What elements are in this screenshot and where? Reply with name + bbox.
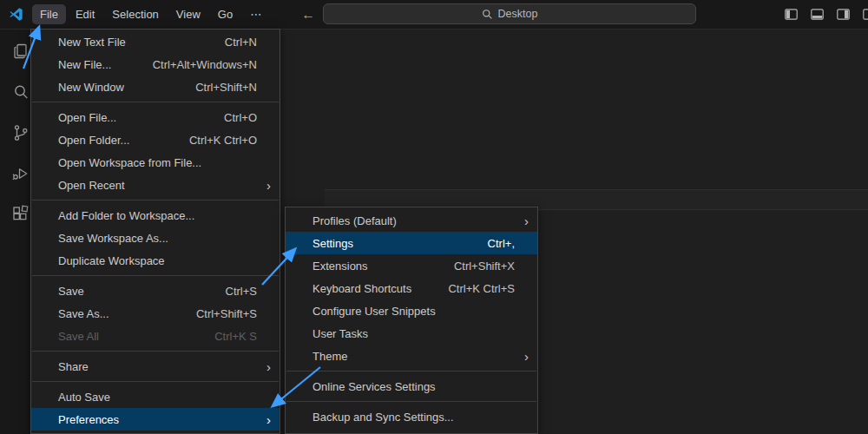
menu-item-open-recent[interactable]: Open Recent› [31, 174, 279, 196]
command-center-text: Desktop [498, 8, 538, 20]
menu-item-label: Save [58, 285, 226, 298]
menubar: FileEditSelectionViewGo⋯ [31, 4, 270, 24]
menu-item-label: Theme [312, 350, 515, 363]
menu-item-open-workspace-from-file[interactable]: Open Workspace from File... [31, 151, 279, 174]
menu-item-keybinding: Ctrl+K Ctrl+S [448, 282, 515, 295]
menubar-item-edit[interactable]: Edit [68, 4, 102, 24]
menu-item-keybinding: Ctrl+O [224, 111, 257, 124]
menu-item-label: Keyboard Shortcuts [312, 282, 448, 295]
menu-item-label: Auto Save [58, 391, 257, 404]
menu-item-keyboard-shortcuts[interactable]: Keyboard ShortcutsCtrl+K Ctrl+S [286, 277, 537, 299]
menu-item-save[interactable]: SaveCtrl+S [31, 279, 279, 302]
menu-item-label: New File... [58, 58, 153, 71]
menu-separator [286, 371, 536, 372]
menu-item-label: Save All [58, 330, 214, 343]
submenu-chevron-icon: › [257, 360, 271, 373]
search-icon[interactable] [10, 81, 32, 103]
menu-item-label: Open File... [58, 111, 224, 124]
submenu-chevron-icon: › [257, 179, 271, 192]
menu-item-label: Share [58, 360, 257, 373]
menu-item-label: New Text File [58, 36, 225, 49]
layout-controls [784, 0, 868, 29]
run-and-debug-icon[interactable] [10, 162, 32, 185]
menu-item-keybinding: Ctrl+N [225, 36, 257, 49]
menu-item-label: Open Folder... [58, 134, 189, 147]
toggle-primary-sidebar-icon[interactable] [784, 7, 799, 22]
menu-item-label: Online Services Settings [312, 380, 515, 393]
menu-item-save-workspace-as[interactable]: Save Workspace As... [31, 227, 279, 249]
menubar-item-file[interactable]: File [32, 4, 66, 24]
menu-item-keybinding: Ctrl+Shift+S [196, 307, 257, 320]
submenu-chevron-icon: › [515, 350, 529, 363]
preferences-submenu: Profiles (Default)›SettingsCtrl+,Extensi… [285, 207, 538, 434]
menu-separator [286, 401, 536, 402]
menu-item-new-window[interactable]: New WindowCtrl+Shift+N [31, 76, 279, 98]
menu-item-backup-and-sync-settings[interactable]: Backup and Sync Settings... [286, 405, 537, 428]
menu-separator [32, 275, 279, 276]
menu-item-keybinding: Ctrl+Alt+Windows+N [153, 58, 257, 71]
menubar-item-item[interactable]: ⋯ [242, 4, 269, 24]
menu-item-label: Preferences [58, 413, 257, 426]
menu-item-label: Duplicate Workspace [58, 254, 257, 267]
menu-item-save-all: Save AllCtrl+K S [31, 325, 279, 347]
vscode-logo [0, 7, 31, 22]
submenu-chevron-icon: › [257, 413, 271, 426]
search-icon [482, 9, 493, 20]
menu-item-new-text-file[interactable]: New Text FileCtrl+N [31, 30, 279, 53]
menu-separator [32, 102, 279, 102]
menu-item-keybinding: Ctrl+Shift+N [195, 81, 257, 94]
menubar-item-selection[interactable]: Selection [104, 4, 166, 24]
customize-layout-icon[interactable] [862, 7, 868, 22]
menu-item-add-folder-to-workspace[interactable]: Add Folder to Workspace... [31, 204, 279, 227]
menu-item-keybinding: Ctrl+Shift+X [454, 260, 515, 273]
menu-separator [32, 381, 279, 382]
menu-item-user-tasks[interactable]: User Tasks [286, 322, 537, 345]
menu-item-keybinding: Ctrl+S [226, 285, 257, 298]
menu-item-label: Save As... [58, 307, 196, 320]
menu-item-keybinding: Ctrl+K S [214, 330, 257, 343]
menu-item-label: Add Folder to Workspace... [58, 209, 257, 222]
explorer-icon[interactable] [10, 40, 32, 62]
menu-item-preferences[interactable]: Preferences› [31, 408, 279, 431]
menu-item-open-file[interactable]: Open File...Ctrl+O [31, 106, 279, 128]
menu-item-label: New Window [58, 81, 195, 94]
menu-item-auto-save[interactable]: Auto Save [31, 385, 279, 408]
title-bar: FileEditSelectionViewGo⋯ ← → Desktop [0, 0, 868, 30]
menu-item-open-folder[interactable]: Open Folder...Ctrl+K Ctrl+O [31, 128, 279, 151]
toggle-panel-icon[interactable] [810, 7, 825, 22]
menu-item-online-services-settings[interactable]: Online Services Settings [286, 375, 537, 398]
extensions-icon[interactable] [10, 203, 32, 226]
menu-item-label: Settings [312, 237, 488, 250]
menu-item-label: Profiles (Default) [312, 214, 515, 227]
menu-item-keybinding: Ctrl+K Ctrl+O [189, 134, 257, 147]
menu-separator [32, 351, 279, 352]
menu-item-label: User Tasks [312, 327, 515, 340]
command-center-search[interactable]: Desktop [323, 3, 696, 24]
menu-separator [32, 200, 279, 201]
menu-item-label: Save Workspace As... [58, 232, 257, 245]
menu-item-label: Open Workspace from File... [58, 156, 257, 169]
navigate-back-icon[interactable]: ← [301, 7, 315, 23]
menubar-item-go[interactable]: Go [210, 4, 240, 24]
menu-item-keybinding: Ctrl+, [488, 237, 515, 250]
menu-item-configure-user-snippets[interactable]: Configure User Snippets [286, 299, 537, 322]
source-control-icon[interactable] [10, 122, 32, 144]
menu-item-label: Configure User Snippets [312, 305, 515, 318]
menu-item-profiles-default[interactable]: Profiles (Default)› [286, 209, 537, 232]
file-menu-dropdown: New Text FileCtrl+NNew File...Ctrl+Alt+W… [30, 29, 280, 434]
submenu-chevron-icon: › [515, 214, 529, 227]
menu-item-label: Open Recent [58, 179, 257, 192]
menu-item-save-as[interactable]: Save As...Ctrl+Shift+S [31, 302, 279, 325]
menu-item-label: Extensions [312, 260, 454, 273]
menu-item-settings[interactable]: SettingsCtrl+, [286, 232, 537, 254]
toggle-secondary-sidebar-icon[interactable] [836, 7, 851, 22]
menu-item-theme[interactable]: Theme› [286, 345, 537, 367]
menu-item-new-file[interactable]: New File...Ctrl+Alt+Windows+N [31, 53, 279, 76]
menubar-item-view[interactable]: View [168, 4, 208, 24]
menu-item-extensions[interactable]: ExtensionsCtrl+Shift+X [286, 254, 537, 277]
menu-item-label: Backup and Sync Settings... [312, 411, 515, 424]
menu-item-share[interactable]: Share› [31, 355, 279, 378]
menu-item-duplicate-workspace[interactable]: Duplicate Workspace [31, 249, 279, 272]
